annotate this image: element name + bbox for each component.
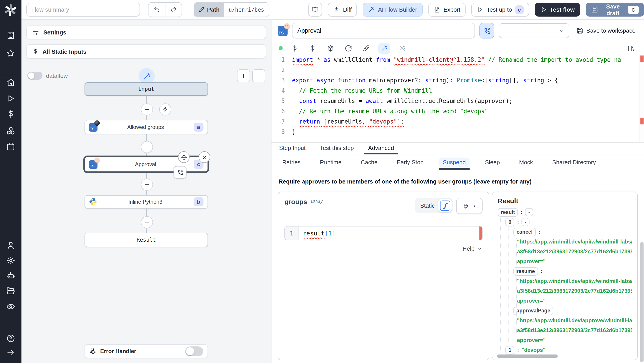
tree-row: approver=" (498, 335, 632, 345)
path-group[interactable]: Path u/henri/bes (194, 2, 269, 17)
advanced-subtabs: RetriesRuntimeCacheEarly StopSuspendSlee… (272, 154, 644, 170)
tab-sleep[interactable]: Sleep (482, 154, 504, 170)
delete-step-button[interactable] (198, 151, 210, 163)
tree-row: approvalPage: (498, 306, 632, 315)
help-dropdown[interactable]: Help (284, 245, 482, 252)
package-button[interactable] (325, 43, 336, 54)
ai-assistant-button[interactable] (378, 43, 390, 54)
favorites-icon[interactable] (6, 49, 15, 58)
step-node-allowed-groups[interactable]: TS Allowed groups a (84, 120, 208, 134)
collapse-button[interactable]: - (525, 208, 533, 216)
overview-ruler (640, 55, 644, 142)
tab-step-input[interactable]: Step Input (278, 145, 306, 154)
insert-step-button[interactable] (141, 216, 153, 228)
runs-icon[interactable] (6, 94, 15, 103)
error-handler-card[interactable]: Error Handler (84, 344, 208, 358)
step-node-approval-selected[interactable]: TS Approval c (84, 157, 208, 172)
collapse-button[interactable]: - (522, 218, 530, 226)
undo-button[interactable] (148, 3, 165, 17)
test-flow-button[interactable]: Test flow (535, 3, 580, 17)
expand-sidebar-icon[interactable] (6, 348, 15, 357)
result-node[interactable]: Result (84, 233, 208, 247)
schedules-icon[interactable] (6, 142, 15, 151)
flow-settings-button[interactable]: Settings (26, 26, 266, 39)
step-name-input[interactable] (292, 23, 475, 39)
step-id-badge: a (194, 123, 204, 132)
code-editor[interactable]: 1import * as wmillClient from "windmill-… (272, 55, 644, 143)
horizontal-scrollbar[interactable] (497, 354, 558, 358)
tab-shared-directory[interactable]: Shared Directory (549, 154, 600, 170)
tab-test-this-step[interactable]: Test this step (320, 145, 354, 154)
windmill-logo-icon[interactable] (4, 4, 16, 16)
ai-flow-builder-button[interactable]: AI Flow Builder (363, 3, 422, 17)
groups-label: groups (284, 198, 307, 205)
code-line: 4 // Fetch the resume URLs from Windmill (272, 86, 644, 96)
ai-assistant-off-button[interactable] (396, 43, 408, 54)
status-dot (278, 46, 283, 50)
save-draft-button[interactable]: Save draft C (586, 3, 644, 17)
test-up-to-button[interactable]: Test up to c (472, 3, 529, 17)
tab-suspend[interactable]: Suspend (439, 154, 469, 170)
typescript-badge: TS (278, 26, 288, 36)
folders-icon[interactable] (6, 286, 15, 295)
zoom-out-button[interactable] (252, 69, 265, 82)
variables-icon[interactable] (6, 110, 15, 119)
input-node[interactable]: Input (84, 82, 208, 96)
tab-retries[interactable]: Retries (278, 154, 304, 170)
variables-button[interactable] (289, 43, 300, 54)
step-avatar (284, 23, 290, 29)
help-icon[interactable] (6, 334, 15, 343)
suspend-toggle-button[interactable] (480, 23, 494, 39)
ai-graph-wand-button[interactable] (139, 68, 155, 84)
dataflow-toggle[interactable] (27, 72, 42, 80)
library-button[interactable] (625, 43, 637, 54)
diff-button[interactable]: Diff (328, 3, 357, 17)
all-static-inputs-button[interactable]: All Static Inputs (26, 44, 266, 59)
save-to-workspace-button[interactable]: Save to workspace (576, 27, 636, 34)
contextual-variables-button[interactable] (307, 43, 318, 54)
bug-icon (90, 348, 96, 354)
script-version-select[interactable] (499, 23, 569, 38)
insert-step-button[interactable] (141, 179, 153, 191)
resources-icon[interactable] (6, 126, 15, 135)
step-id-badge: b (194, 197, 204, 206)
tab-cache[interactable]: Cache (357, 154, 381, 170)
wand-off-icon (398, 45, 406, 52)
workers-icon[interactable] (6, 271, 15, 280)
docs-button[interactable] (308, 3, 322, 17)
redo-button[interactable] (165, 3, 182, 17)
format-button[interactable] (360, 43, 372, 54)
suspend-phone-badge[interactable] (174, 166, 186, 179)
wand-icon (143, 72, 150, 80)
trigger-button[interactable] (159, 103, 171, 116)
users-icon[interactable] (6, 241, 15, 250)
insert-step-button[interactable] (141, 103, 153, 116)
phone-incoming-icon (483, 27, 490, 34)
dollar-icon (291, 45, 298, 52)
error-handler-toggle[interactable] (185, 346, 203, 356)
code-line: 1import * as wmillClient from "windmill-… (272, 55, 644, 65)
home-icon[interactable] (6, 78, 15, 87)
connect-input-button[interactable] (456, 198, 482, 214)
move-step-button[interactable] (178, 151, 190, 163)
input-node-label: Input (138, 86, 154, 92)
undo-icon (154, 6, 160, 13)
groups-expression-editor[interactable]: 1 result[1] (284, 226, 482, 240)
step-node-inline-python3[interactable]: Inline Python3 b (84, 195, 208, 209)
workspace-icon[interactable] (6, 31, 15, 40)
tab-advanced[interactable]: Advanced (368, 145, 394, 154)
audit-logs-icon[interactable] (6, 302, 15, 311)
window-scrollbar[interactable] (640, 242, 644, 362)
tab-runtime[interactable]: Runtime (316, 154, 345, 170)
export-label: Export (444, 6, 460, 13)
insert-step-button[interactable] (141, 141, 153, 153)
settings-icon[interactable] (6, 256, 15, 265)
reload-button[interactable] (342, 43, 354, 54)
tab-mock[interactable]: Mock (516, 154, 537, 170)
expression-mode-button[interactable]: ƒ (438, 199, 452, 212)
flow-summary-input[interactable] (26, 3, 140, 17)
groups-type: array (311, 198, 323, 204)
tab-early-stop[interactable]: Early Stop (393, 154, 427, 170)
zoom-in-button[interactable] (237, 69, 250, 82)
export-button[interactable]: Export (428, 3, 466, 17)
